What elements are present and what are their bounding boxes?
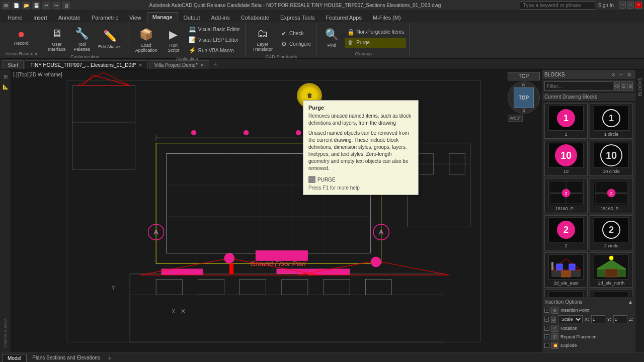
block-item-1[interactable]: 1 1 [544,104,588,139]
sidebar-recent-icon[interactable]: ⊞ [1,72,10,81]
nav-top-btn[interactable]: TOP [508,72,540,80]
open-icon[interactable]: 📂 [22,2,30,10]
nav-cube[interactable]: TOP [514,87,534,108]
tool-palettes-btn[interactable]: 🔧 ToolPalettes [71,24,94,53]
tab-home[interactable]: Home [2,13,28,22]
filter-bar: ⚙ ☰ ⊞ [542,80,635,93]
svg-point-50 [244,130,249,135]
scale-y-input[interactable] [613,315,627,323]
svg-rect-16 [256,250,308,261]
save-icon[interactable]: 💾 [32,2,40,10]
tab-insert[interactable]: Insert [28,13,53,22]
load-app-btn[interactable]: 📦 LoadApplication [132,25,160,54]
tab-express[interactable]: Express Tools [275,13,320,22]
svg-rect-39 [229,263,233,274]
block-thumb-15160a: 2 [548,180,584,205]
tab-view[interactable]: View [124,13,147,22]
block-item-ele-north[interactable]: 2d_ele_north [590,252,633,288]
tab-manage[interactable]: Manage [147,12,178,22]
close-btn[interactable]: ✕ [635,2,642,9]
tab-mfiles[interactable]: M-Files (M) [367,13,407,22]
repeat-checkbox[interactable] [544,334,549,339]
sidebar-drawing-icon[interactable]: 📐 [1,82,10,91]
doc-tab-tiny-house[interactable]: TINY HOUSE_TRP007_... Elevations_01_D03*… [25,60,147,69]
tab-output[interactable]: Output [178,13,206,22]
doc-tab-villa[interactable]: Villa Project Demo* ✕ [149,60,209,69]
block-name-10circle: 10 circle [603,169,620,174]
find-icon: 🔍 [324,27,340,43]
tab-featured[interactable]: Featured Apps [320,13,367,22]
blocks-settings-btn[interactable]: ⚙ [625,71,633,78]
block-item-10circle[interactable]: 10 10 circle [590,141,633,176]
drawing-area[interactable]: [-][Top][2D Wireframe] TOP N TOP S W56° [11,70,542,352]
user-interface-btn[interactable]: 🖥 UserInterface [45,24,69,53]
block-thumb-10circle: 10 [594,143,629,168]
insertion-options-title[interactable]: Insertion Options ▲ [544,299,633,305]
tab-addins[interactable]: Add-ins [206,13,235,22]
lisp-editor-btn[interactable]: 📝 Visual LISP Editor [187,35,242,45]
model-tab[interactable]: Model [2,354,27,362]
vb-editor-btn[interactable]: 💻 Visual Basic Editor [187,24,242,34]
block-thumb-10: 10 [548,143,584,168]
doc-tab-start[interactable]: Start [2,60,24,69]
blocks-close-btn[interactable]: ✕ [610,71,617,78]
blocks-section-label: Current Drawing Blocks [542,93,635,102]
undo-icon[interactable]: ↩ [42,2,50,10]
non-purgeable-btn[interactable]: 🔒 Non-Purgeable Items [345,27,406,37]
block-item-2circle[interactable]: 2 2 circle [590,215,633,250]
sign-in-btn[interactable]: Sign In [598,3,614,8]
block-item-2[interactable]: 2 2 [544,215,588,250]
check-btn[interactable]: ✔ Check [278,29,313,39]
block-item-1circle[interactable]: 1 1 circle [590,104,633,139]
tab-annotate[interactable]: Annotate [53,13,86,22]
scale-select[interactable]: Scale [558,315,583,323]
block-item-ele-west[interactable]: 2d_ele_west [590,290,633,297]
close-tiny-house-icon[interactable]: ✕ [138,62,142,68]
purge-btn[interactable]: 🗑 Purge [345,38,406,48]
redo-icon[interactable]: ↪ [52,2,60,10]
block-item-ele-east[interactable]: 2d_ele_east [544,252,588,288]
explode-checkbox[interactable] [544,343,549,348]
tab-collaborate[interactable]: Collaborate [235,13,275,22]
record-btn[interactable]: ⏺ Record [12,28,31,47]
block-item-15160b[interactable]: 2 15160_P... [590,178,633,213]
filter-view-btn[interactable]: ☰ [621,81,626,90]
filter-settings-btn[interactable]: ⚙ [614,81,620,90]
scale-x-input[interactable] [591,315,605,323]
new-icon[interactable]: 📄 [12,2,20,10]
layer-translator-btn[interactable]: 🗂 LayerTranslator [250,24,276,53]
minimize-btn[interactable]: ─ [619,2,626,9]
rotation-checkbox[interactable] [544,326,549,331]
block-item-10[interactable]: 10 10 [544,141,588,176]
plot-icon[interactable]: 🖨 [62,2,70,10]
run-script-btn[interactable]: ▶ RunScript [163,25,185,54]
tooltip-purge-link[interactable]: PURGE [308,176,413,183]
svg-point-72 [609,256,613,260]
search-input[interactable] [520,2,595,10]
find-btn[interactable]: 🔍 Find [320,25,343,49]
nav-w56-btn[interactable]: W56° [508,115,523,122]
add-tab-btn[interactable]: + [210,58,220,69]
svg-point-48 [296,130,301,135]
maximize-btn[interactable]: □ [627,2,634,9]
vba-macro-btn[interactable]: ⚡ Run VBA Macro [187,45,242,55]
filter-input[interactable] [544,81,613,90]
add-layout-btn[interactable]: + [106,354,114,362]
close-villa-icon[interactable]: ✕ [200,62,204,68]
purge-link-icon [308,176,315,183]
svg-rect-71 [605,269,617,277]
ribbon-content: ⏺ Record Action Recorder 🖥 UserInterface… [0,22,644,58]
insertion-point-checkbox[interactable] [544,308,549,313]
block-item-15160a[interactable]: 2 15160_P... [544,178,588,213]
tab-parametric[interactable]: Parametric [86,13,124,22]
load-icon: 📦 [138,27,154,43]
block-item-ele-south[interactable]: 2d_ele_south [544,290,588,297]
filter-grid-btn[interactable]: ⊞ [627,81,633,90]
edit-aliases-btn[interactable]: ✏️ Edit Aliases [95,27,125,51]
app-menu-icon[interactable]: ⊞ [2,2,10,10]
blocks-minimize-btn[interactable]: ─ [618,71,624,78]
scale-checkbox[interactable] [544,317,549,322]
block-thumb-15160b: 2 [594,180,629,205]
configure-btn[interactable]: ⚙ Configure [278,39,313,49]
plans-tab[interactable]: Plans Sections and Elevations [27,353,106,362]
